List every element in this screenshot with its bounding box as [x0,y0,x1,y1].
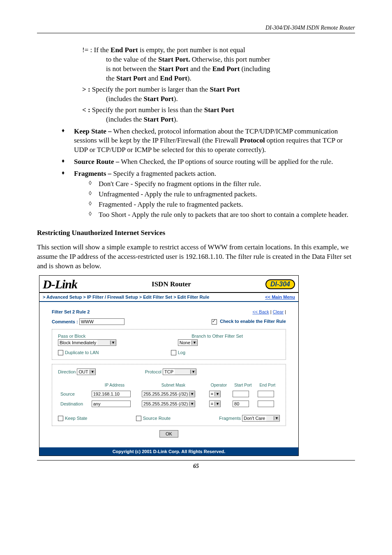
source-op-select[interactable]: =▼ [209,391,221,397]
header-rule [37,33,355,33]
enable-label: Check to enable the Filter Rule [220,319,286,324]
paragraph: This section will show a simple example … [37,243,355,271]
comments-label: Comments : [52,319,78,324]
source-route-label: Source Route [143,416,171,421]
operator-neq: != : If the End Port is empty, the port … [82,46,351,83]
dest-mask-select[interactable]: 255.255.255.255 (/32)▼ [142,401,195,407]
pass-block-select[interactable]: Block Immediately▼ [58,339,116,346]
fragment-option: ◊Too Short - Apply the rule only to pack… [89,210,351,220]
address-table: IP Address Subnet Mask Operator Start Po… [58,381,280,409]
chevron-down-icon: ▼ [90,370,95,374]
breadcrumb: > Advanced Setup > IP Filter / Firewall … [43,295,209,299]
filter-details-box: Direction OUT▼ Protocol TCP▼ IP Address … [52,364,286,426]
pass-block-label: Pass or Block [58,334,85,339]
direction-select[interactable]: OUT▼ [77,368,95,375]
lozenge-icon: ◊ [89,200,99,210]
fragment-option: ◊Don't Care - Specify no fragment option… [89,180,351,189]
lozenge-icon: ◊ [89,210,99,220]
chevron-down-icon: ▼ [214,402,220,406]
operator-lt: < : Specify the port number is less than… [82,106,351,124]
operator-gt: > : Specify the port number is larger th… [82,85,351,104]
footer-rule [37,460,355,461]
branch-label: Branch to Other Filter Set [191,334,243,339]
branch-select[interactable]: None▼ [178,339,198,346]
comments-input[interactable] [79,318,125,325]
main-menu-link[interactable]: << Main Menu [265,295,295,299]
document-page: DI-304/DI-304M ISDN Remote Router != : I… [0,0,392,555]
chevron-down-icon: ▼ [274,416,279,420]
duplicate-checkbox[interactable] [58,350,63,355]
lozenge-icon: ◊ [89,180,99,189]
brand-logo: D-Link [43,277,77,291]
fragments-select[interactable]: Don't Care▼ [242,415,280,421]
bullet-source-route: ♦ Source Route – When Checked, the IP op… [62,157,351,167]
bullet-keep-state: ♦ Keep State – When checked, protocol in… [62,127,351,155]
col-eport: End Port [256,382,279,389]
col-ip: IP Address [90,382,139,389]
model-badge: DI-304 [265,279,295,289]
section-heading: Restricting Unauthorized Internet Servic… [37,229,355,237]
chevron-down-icon: ▼ [190,370,196,374]
ok-button[interactable]: OK [159,430,178,438]
chevron-down-icon: ▼ [214,392,220,396]
row-label: Destination [59,399,89,408]
dest-eport-input[interactable] [258,401,274,407]
dest-sport-input[interactable] [233,401,249,407]
keep-state-checkbox[interactable] [58,416,63,421]
bullet-fragments: ♦ Fragments – Specify a fragmented packe… [62,169,351,220]
fragments-label: Fragments [219,416,241,421]
router-header: D-Link ISDN Router DI-304 [39,276,298,291]
source-route-checkbox[interactable] [136,416,141,421]
chevron-down-icon: ▼ [189,402,195,406]
page-number: 65 [37,463,355,470]
log-label: Log [178,350,185,355]
dest-op-select[interactable]: =▼ [209,401,221,407]
pass-block-box: Pass or Block Branch to Other Filter Set… [52,329,286,360]
bullet-list: ♦ Keep State – When checked, protocol in… [62,127,351,220]
copyright-bar: Copyright (c) 2001 D-Link Corp. All Righ… [39,447,298,456]
chevron-down-icon: ▼ [189,392,195,396]
table-header-row: IP Address Subnet Mask Operator Start Po… [59,382,279,389]
source-sport-input[interactable] [233,391,249,397]
source-mask-select[interactable]: 255.255.255.255 (/32)▼ [142,391,195,397]
dest-row: Destination 255.255.255.255 (/32)▼ =▼ [59,399,279,408]
clear-link[interactable]: Clear [273,309,284,314]
log-checkbox[interactable] [171,350,176,355]
source-row: Source 255.255.255.255 (/32)▼ =▼ [59,389,279,398]
fragment-option: ◊Fragmented - Apply the rule to fragment… [89,200,351,210]
page-header: DI-304/DI-304M ISDN Remote Router [37,25,355,31]
diamond-icon: ♦ [62,127,74,155]
fragment-option: ◊Unfragmented - Apply the rule to unfrag… [89,190,351,199]
col-op: Operator [208,382,230,389]
source-ip-input[interactable] [92,391,131,397]
dest-ip-input[interactable] [92,401,131,407]
chevron-down-icon: ▼ [191,341,197,345]
protocol-select[interactable]: TCP▼ [163,368,196,375]
back-link[interactable]: << Back [252,309,269,314]
protocol-label: Protocol [145,369,161,374]
enable-checkbox[interactable] [212,319,217,325]
source-eport-input[interactable] [258,391,274,397]
col-sport: Start Port [231,382,255,389]
duplicate-label: Duplicate to LAN [65,350,99,355]
router-ui: D-Link ISDN Router DI-304 > Advanced Set… [39,275,299,456]
breadcrumb-bar: > Advanced Setup > IP Filter / Firewall … [39,293,298,302]
diamond-icon: ♦ [62,157,74,167]
keep-state-label: Keep State [65,416,87,421]
title-row: Filter Set 2 Rule 2 << Back | Clear | [52,309,286,314]
direction-label: Direction [58,369,76,374]
lozenge-icon: ◊ [89,190,99,199]
chevron-down-icon: ▼ [110,341,116,345]
col-mask: Subnet Mask [140,382,207,389]
rule-title: Filter Set 2 Rule 2 [52,309,90,314]
router-title: ISDN Router [152,280,191,288]
router-body: Filter Set 2 Rule 2 << Back | Clear | Co… [39,302,298,448]
diamond-icon: ♦ [62,169,74,220]
operator-definitions: != : If the End Port is empty, the port … [82,46,351,124]
comments-row: Comments : Check to enable the Filter Ru… [52,318,286,325]
row-label: Source [59,389,89,398]
